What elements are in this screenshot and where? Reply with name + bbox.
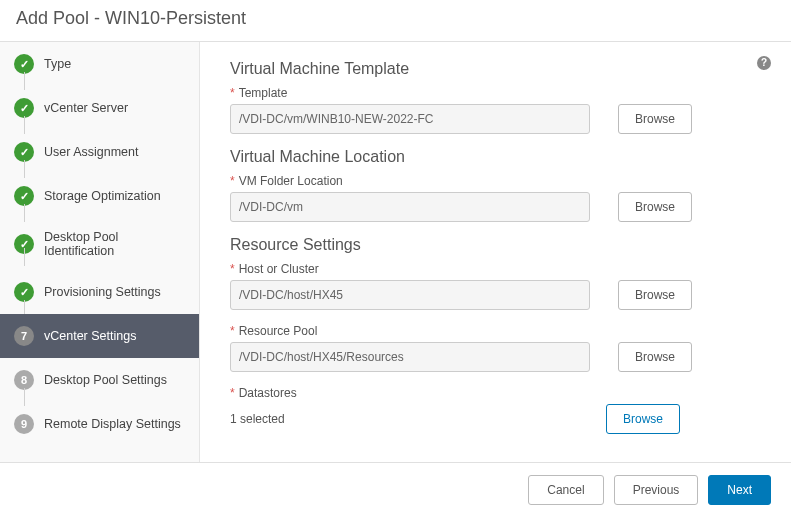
step-label: Provisioning Settings [44,285,161,299]
section-vm-location-title: Virtual Machine Location [230,148,761,166]
check-icon [14,282,34,302]
section-vm-template-title: Virtual Machine Template [230,60,761,78]
step-label: vCenter Settings [44,329,136,343]
browse-folder-button[interactable]: Browse [618,192,692,222]
vm-folder-input[interactable] [230,192,590,222]
step-user-assignment[interactable]: User Assignment [0,130,199,174]
step-label: User Assignment [44,145,138,159]
required-icon: * [230,86,235,100]
check-icon [14,142,34,162]
field-label: *VM Folder Location [230,174,761,188]
field-vm-folder: *VM Folder Location Browse [230,174,761,222]
field-host-cluster: *Host or Cluster Browse [230,262,761,310]
step-provisioning-settings[interactable]: Provisioning Settings [0,270,199,314]
step-vcenter-settings[interactable]: 7 vCenter Settings [0,314,199,358]
field-label: *Datastores [230,386,761,400]
step-number-icon: 8 [14,370,34,390]
template-input[interactable] [230,104,590,134]
wizard-sidebar: Type vCenter Server User Assignment Stor… [0,42,200,462]
connector-line [24,248,25,266]
dialog-footer: Cancel Previous Next [0,462,791,506]
datastores-selected-text: 1 selected [230,412,285,426]
browse-host-button[interactable]: Browse [618,280,692,310]
step-type[interactable]: Type [0,42,199,86]
next-button[interactable]: Next [708,475,771,505]
step-label: vCenter Server [44,101,128,115]
browse-datastores-button[interactable]: Browse [606,404,680,434]
help-icon[interactable]: ? [757,56,771,70]
browse-pool-button[interactable]: Browse [618,342,692,372]
field-resource-pool: *Resource Pool Browse [230,324,761,372]
step-label: Storage Optimization [44,189,161,203]
cancel-button[interactable]: Cancel [528,475,603,505]
step-remote-display-settings[interactable]: 9 Remote Display Settings [0,402,199,446]
field-label: *Host or Cluster [230,262,761,276]
field-label: *Resource Pool [230,324,761,338]
required-icon: * [230,386,235,400]
section-resource-title: Resource Settings [230,236,761,254]
step-desktop-pool-settings[interactable]: 8 Desktop Pool Settings [0,358,199,402]
field-datastores: *Datastores 1 selected Browse [230,386,761,434]
host-cluster-input[interactable] [230,280,590,310]
step-label: Desktop Pool Identification [44,230,185,258]
step-desktop-pool-identification[interactable]: Desktop Pool Identification [0,218,199,270]
field-template: *Template Browse [230,86,761,134]
step-label: Type [44,57,71,71]
step-number-icon: 9 [14,414,34,434]
check-icon [14,54,34,74]
dialog-body: Type vCenter Server User Assignment Stor… [0,42,791,462]
step-number-icon: 7 [14,326,34,346]
dialog-title: Add Pool - WIN10-Persistent [0,0,791,42]
required-icon: * [230,262,235,276]
required-icon: * [230,324,235,338]
check-icon [14,186,34,206]
resource-pool-input[interactable] [230,342,590,372]
step-label: Remote Display Settings [44,417,181,431]
previous-button[interactable]: Previous [614,475,699,505]
step-label: Desktop Pool Settings [44,373,167,387]
field-label: *Template [230,86,761,100]
browse-template-button[interactable]: Browse [618,104,692,134]
step-storage-optimization[interactable]: Storage Optimization [0,174,199,218]
content-panel: ? Virtual Machine Template *Template Bro… [200,42,791,462]
step-vcenter-server[interactable]: vCenter Server [0,86,199,130]
required-icon: * [230,174,235,188]
check-icon [14,98,34,118]
